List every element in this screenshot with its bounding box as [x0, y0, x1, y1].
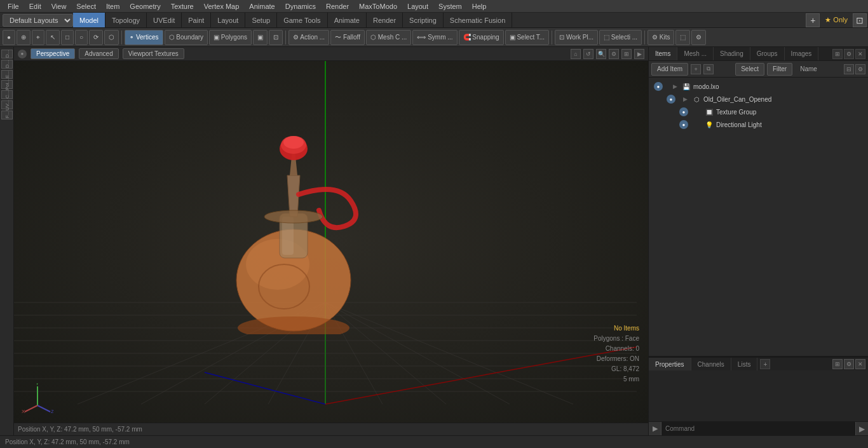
- layout-tab-uvedit[interactable]: UVEdit: [147, 13, 182, 27]
- menu-item[interactable]: Item: [101, 0, 125, 12]
- layout-add-button[interactable]: +: [806, 13, 820, 27]
- layout-tab-model[interactable]: Model: [73, 13, 105, 27]
- menu-geometry[interactable]: Geometry: [125, 0, 165, 12]
- command-run-button[interactable]: ▶: [855, 422, 868, 435]
- menu-dynamics[interactable]: Dynamics: [280, 0, 321, 12]
- panel-view-icon[interactable]: ⊟: [844, 64, 854, 74]
- menu-vertexmap[interactable]: Vertex Map: [199, 0, 245, 12]
- sidebar-btn-4[interactable]: Pol...: [1, 80, 13, 89]
- tool-select-t[interactable]: ▣ Select T...: [505, 30, 550, 45]
- prop-icon-settings[interactable]: ⚙: [844, 359, 854, 369]
- panel-add-icon[interactable]: +: [691, 64, 701, 74]
- tree-item-old-oiler[interactable]: ● ▶ ⬡ Old_Oiler_Can_Opened: [651, 93, 865, 105]
- tool-snapping[interactable]: 🧲 Snapping: [459, 30, 504, 45]
- panel-icon-close[interactable]: ✕: [855, 49, 865, 59]
- viewport-tab-textures[interactable]: Viewport Textures: [123, 48, 184, 59]
- tool-view2[interactable]: ⚙: [691, 30, 706, 45]
- tool-selecti[interactable]: ⬚ Selecti ...: [599, 30, 642, 45]
- panel-tab-shading[interactable]: Shading: [714, 47, 750, 60]
- tree-vis-modo[interactable]: ●: [654, 82, 663, 91]
- panel-settings-icon2[interactable]: ⚙: [855, 64, 865, 74]
- viewport-icon-settings[interactable]: ⚙: [609, 49, 619, 59]
- menu-select[interactable]: Select: [71, 0, 101, 12]
- tool-origin[interactable]: ⊕: [17, 30, 31, 45]
- viewport-icon-reset[interactable]: ↺: [583, 49, 593, 59]
- tool-kits[interactable]: ⚙ Kits: [648, 30, 674, 45]
- layout-tab-layout[interactable]: Layout: [211, 13, 245, 27]
- sidebar-btn-3[interactable]: E...: [1, 70, 13, 79]
- panel-add-item-btn[interactable]: Add Item: [651, 63, 688, 76]
- panel-icon-settings[interactable]: ⚙: [844, 49, 854, 59]
- tree-item-texture-group[interactable]: ● ▶ 🔲 Texture Group: [651, 105, 865, 118]
- tool-polygons[interactable]: ▣ Polygons: [209, 30, 252, 45]
- tool-falloff[interactable]: 〜 Falloff: [330, 30, 365, 45]
- prop-icon-expand[interactable]: ⊞: [832, 359, 843, 369]
- layout-tab-setup[interactable]: Setup: [245, 13, 277, 27]
- viewport-icon-expand[interactable]: ⊞: [621, 49, 632, 59]
- layout-tab-animate[interactable]: Animate: [328, 13, 367, 27]
- panel-tab-groups[interactable]: Groups: [750, 47, 785, 60]
- tool-element[interactable]: ⬡: [104, 30, 119, 45]
- command-arrow[interactable]: ▶: [649, 422, 661, 435]
- menu-layout[interactable]: Layout: [402, 0, 433, 12]
- prop-tab-properties[interactable]: Properties: [649, 358, 691, 370]
- menu-render[interactable]: Render: [321, 0, 354, 12]
- panel-icon-expand[interactable]: ⊞: [832, 49, 843, 59]
- tool-select-rect[interactable]: □: [61, 30, 74, 45]
- panel-tab-images[interactable]: Images: [785, 47, 819, 60]
- layout-tab-scripting[interactable]: Scripting: [403, 13, 444, 27]
- tool-vertices[interactable]: ⚬ Vertices: [125, 30, 163, 45]
- tool-select-mode[interactable]: ●: [3, 30, 15, 45]
- sidebar-btn-7[interactable]: F...: [1, 111, 13, 119]
- tree-vis-texture[interactable]: ●: [679, 107, 688, 116]
- panel-dup-icon[interactable]: ⧉: [703, 64, 714, 74]
- prop-tab-lists[interactable]: Lists: [731, 358, 758, 370]
- layout-tab-render[interactable]: Render: [367, 13, 403, 27]
- panel-tab-items[interactable]: Items: [649, 47, 677, 60]
- viewport-canvas[interactable]: .grid-line { stroke: #3a3835; stroke-wid…: [14, 61, 648, 423]
- tool-arrow[interactable]: ↖: [46, 30, 60, 45]
- prop-tab-add[interactable]: +: [760, 359, 770, 369]
- tree-vis-oiler[interactable]: ●: [667, 95, 675, 104]
- layout-tab-gametools[interactable]: Game Tools: [277, 13, 328, 27]
- star-only-label[interactable]: ★ Only: [821, 16, 851, 24]
- layout-tab-schematic[interactable]: Schematic Fusion: [444, 13, 512, 27]
- prop-icon-close[interactable]: ✕: [855, 359, 865, 369]
- command-input[interactable]: [661, 422, 855, 435]
- tool-mesh[interactable]: ⬡ Mesh C ...: [366, 30, 411, 45]
- layout-tab-paint[interactable]: Paint: [182, 13, 211, 27]
- tool-workplane[interactable]: ⊡ Work Pl...: [555, 30, 598, 45]
- menu-file[interactable]: File: [3, 0, 24, 12]
- tool-action[interactable]: ⚙ Action ...: [288, 30, 329, 45]
- viewport-dot-btn[interactable]: ●: [18, 50, 27, 58]
- menu-view[interactable]: View: [46, 0, 72, 12]
- layout-tab-topology[interactable]: Topology: [105, 13, 147, 27]
- viewport-tab-perspective[interactable]: Perspective: [31, 48, 75, 59]
- tree-vis-light[interactable]: ●: [679, 120, 688, 129]
- menu-maxtomodo[interactable]: MaxToModo: [354, 0, 402, 12]
- tool-lasso[interactable]: ○: [75, 30, 88, 45]
- layout-dropdown[interactable]: Default Layouts: [3, 14, 73, 27]
- menu-texture[interactable]: Texture: [166, 0, 199, 12]
- tree-arrow-modo[interactable]: ▶: [673, 83, 679, 90]
- prop-tab-channels[interactable]: Channels: [691, 358, 731, 370]
- menu-edit[interactable]: Edit: [24, 0, 46, 12]
- tool-view1[interactable]: ⬚: [675, 30, 690, 45]
- panel-tab-mesh[interactable]: Mesh ...: [677, 47, 714, 60]
- sidebar-btn-1[interactable]: D...: [1, 50, 13, 58]
- tool-mode1[interactable]: ▣: [253, 30, 268, 45]
- tool-boundary[interactable]: ⬡ Boundary: [165, 30, 208, 45]
- layout-settings-button[interactable]: ⊡: [853, 13, 867, 27]
- tool-rotate[interactable]: ⟳: [89, 30, 103, 45]
- menu-help[interactable]: Help: [467, 0, 492, 12]
- sidebar-btn-2[interactable]: D...: [1, 60, 13, 69]
- tree-item-dir-light[interactable]: ● ▶ 💡 Directional Light: [651, 118, 865, 131]
- tool-pivot[interactable]: ⌖: [32, 30, 44, 45]
- tool-symm[interactable]: ⟺ Symm ...: [412, 30, 457, 45]
- tree-arrow-oiler[interactable]: ▶: [683, 96, 689, 102]
- viewport-icon-arrow[interactable]: ▶: [634, 49, 644, 59]
- menu-animate[interactable]: Animate: [244, 0, 280, 12]
- viewport-tab-advanced[interactable]: Advanced: [79, 48, 118, 59]
- panel-select-btn[interactable]: Select: [735, 63, 764, 76]
- sidebar-btn-6[interactable]: UV...: [1, 100, 13, 109]
